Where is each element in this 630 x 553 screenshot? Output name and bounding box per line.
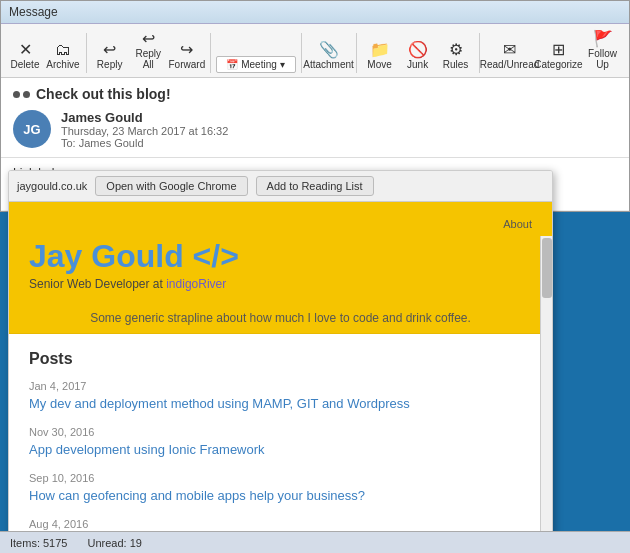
reply-button[interactable]: ↩ Reply — [92, 39, 128, 73]
archive-button[interactable]: 🗂 Archive — [45, 39, 81, 73]
archive-icon: 🗂 — [55, 42, 71, 58]
email-subject: Check out this blog! — [36, 86, 171, 102]
attachment-icon: 📎 — [319, 42, 339, 58]
post-item-1: Jan 4, 2017 My dev and deployment method… — [29, 380, 532, 412]
sender-to: To: James Gould — [61, 137, 617, 149]
reply-icon: ↩ — [103, 42, 116, 58]
posts-heading: Posts — [29, 350, 532, 368]
read-unread-label: Read/Unread — [480, 59, 539, 70]
status-items: Items: 5175 — [10, 537, 67, 549]
dot-1 — [13, 91, 20, 98]
forward-icon: ↪ — [180, 42, 193, 58]
meeting-dropdown[interactable]: 📅 Meeting ▾ — [216, 56, 296, 73]
outlook-toolbar: ✕ Delete 🗂 Archive ↩ Reply ↩ Reply All ↪… — [1, 24, 629, 78]
blog-posts-section: Posts Jan 4, 2017 My dev and deployment … — [9, 334, 552, 553]
attachment-button[interactable]: 📎 Attachment — [306, 39, 351, 73]
post-title-1[interactable]: My dev and deployment method using MAMP,… — [29, 396, 410, 411]
post-item-3: Sep 10, 2016 How can geofencing and mobi… — [29, 472, 532, 504]
read-unread-button[interactable]: ✉ Read/Unread — [484, 39, 535, 73]
post-date-2: Nov 30, 2016 — [29, 426, 532, 438]
sender-date: Thursday, 23 March 2017 at 16:32 — [61, 125, 617, 137]
toolbar-sep-4 — [356, 33, 357, 73]
blog-tagline: Some generic strapline about how much I … — [90, 311, 471, 325]
reply-all-button[interactable]: ↩ Reply All — [130, 28, 167, 73]
browser-toolbar: jaygould.co.uk Open with Google Chrome A… — [9, 171, 552, 202]
post-date-1: Jan 4, 2017 — [29, 380, 532, 392]
archive-label: Archive — [46, 59, 79, 70]
rules-icon: ⚙ — [449, 42, 463, 58]
sender-info: James Gould Thursday, 23 March 2017 at 1… — [61, 110, 617, 149]
email-subject-row: Check out this blog! — [13, 86, 617, 102]
forward-button[interactable]: ↪ Forward — [169, 39, 205, 73]
sender-initials: JG — [23, 122, 40, 137]
post-title-3[interactable]: How can geofencing and mobile apps help … — [29, 488, 365, 503]
meeting-label: Meeting — [241, 59, 277, 70]
reply-all-label: Reply All — [135, 48, 161, 70]
toolbar-sep-1 — [86, 33, 87, 73]
status-unread: Unread: 19 — [87, 537, 141, 549]
read-unread-icon: ✉ — [503, 42, 516, 58]
follow-up-label: Follow Up — [588, 48, 617, 70]
post-date-4: Aug 4, 2016 — [29, 518, 532, 530]
blog-title: Jay Gould </> — [29, 238, 532, 275]
blog-header: About Jay Gould </> Senior Web Developer… — [9, 202, 552, 303]
categorize-label: Categorize — [534, 59, 582, 70]
sender-row: JG James Gould Thursday, 23 March 2017 a… — [13, 110, 617, 149]
post-item-2: Nov 30, 2016 App development using Ionic… — [29, 426, 532, 458]
blog-code-suffix: </> — [193, 238, 239, 274]
categorize-icon: ⊞ — [552, 42, 565, 58]
move-button[interactable]: 📁 Move — [362, 39, 398, 73]
scrollbar-thumb — [542, 238, 552, 298]
meeting-icon: 📅 — [226, 59, 238, 70]
dot-2 — [23, 91, 30, 98]
forward-label: Forward — [169, 59, 206, 70]
outlook-titlebar: Message — [1, 1, 629, 24]
browser-scrollbar[interactable] — [540, 236, 552, 553]
junk-icon: 🚫 — [408, 42, 428, 58]
toolbar-sep-3 — [301, 33, 302, 73]
add-reading-list-button[interactable]: Add to Reading List — [256, 176, 374, 196]
blog-name: Jay Gould — [29, 238, 184, 274]
blog-nav: About — [29, 218, 532, 230]
delete-button[interactable]: ✕ Delete — [7, 39, 43, 73]
junk-label: Junk — [407, 59, 428, 70]
reply-all-icon: ↩ — [142, 31, 155, 47]
browser-popup: jaygould.co.uk Open with Google Chrome A… — [8, 170, 553, 553]
move-icon: 📁 — [370, 42, 390, 58]
delete-icon: ✕ — [19, 42, 32, 58]
blog-company-link[interactable]: indigoRiver — [166, 277, 226, 291]
blog-subtitle-text: Senior Web Developer at — [29, 277, 163, 291]
post-date-3: Sep 10, 2016 — [29, 472, 532, 484]
rules-label: Rules — [443, 59, 469, 70]
post-title-2[interactable]: App development using Ionic Framework — [29, 442, 265, 457]
sender-avatar: JG — [13, 110, 51, 148]
blog-subtitle: Senior Web Developer at indigoRiver — [29, 277, 532, 291]
rules-button[interactable]: ⚙ Rules — [438, 39, 474, 73]
follow-up-button[interactable]: 🚩 Follow Up — [582, 28, 623, 73]
follow-up-icon: 🚩 — [593, 31, 613, 47]
meeting-chevron-icon: ▾ — [280, 59, 285, 70]
categorize-button[interactable]: ⊞ Categorize — [537, 39, 580, 73]
blog-tagline-bar: Some generic strapline about how much I … — [9, 303, 552, 334]
open-chrome-button[interactable]: Open with Google Chrome — [95, 176, 247, 196]
email-header: Check out this blog! JG James Gould Thur… — [1, 78, 629, 158]
toolbar-sep-2 — [210, 33, 211, 73]
status-bar: Items: 5175 Unread: 19 — [0, 531, 630, 553]
browser-domain: jaygould.co.uk — [17, 180, 87, 192]
reply-label: Reply — [97, 59, 123, 70]
sender-name: James Gould — [61, 110, 617, 125]
junk-button[interactable]: 🚫 Junk — [400, 39, 436, 73]
blog-content-area: About Jay Gould </> Senior Web Developer… — [9, 202, 552, 553]
delete-label: Delete — [11, 59, 40, 70]
email-dots-icon — [13, 91, 30, 98]
move-label: Move — [367, 59, 391, 70]
nav-about[interactable]: About — [503, 218, 532, 230]
attachment-label: Attachment — [303, 59, 354, 70]
window-title: Message — [9, 5, 58, 19]
